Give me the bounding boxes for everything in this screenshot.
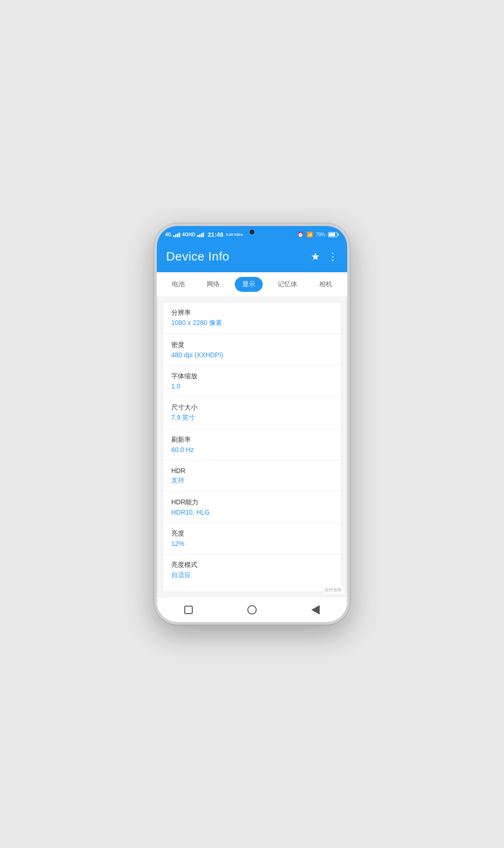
label-brightness: 亮度 (171, 530, 333, 538)
value-resolution: 1080 x 2280 像素 (171, 319, 333, 327)
menu-icon[interactable]: ⋮ (328, 251, 338, 263)
info-row-size: 尺寸大小 7.9 英寸 (163, 397, 341, 429)
app-header: Device Info ★ ⋮ (157, 243, 347, 272)
back-icon (311, 605, 320, 615)
signal-bars-2 (197, 232, 204, 237)
alarm-icon: ⏰ (297, 232, 304, 238)
content-area: 分辨率 1080 x 2280 像素 密度 480 dpi (XXHDPI) 字… (162, 302, 342, 592)
info-row-font-scale: 字体缩放 1.0 (163, 366, 341, 397)
tab-display[interactable]: 显示 (235, 277, 263, 292)
battery-percent: 79% (316, 232, 325, 237)
label-font-scale: 字体缩放 (171, 372, 333, 381)
app-title: Device Info (166, 249, 230, 264)
time-label: 21:48 (208, 231, 223, 238)
speed-label: 0.00 KB/s (226, 233, 243, 237)
info-row-brightness-mode: 亮度模式 自适应 (163, 554, 341, 587)
label-density: 密度 (171, 341, 333, 349)
value-brightness: 12% (171, 540, 333, 547)
label-refresh-rate: 刷新率 (171, 436, 333, 444)
value-hdr-capability: HDR10, HLG (171, 509, 333, 516)
value-density: 480 dpi (XXHDPI) (171, 351, 333, 359)
phone-frame: 4G 4GHD 21:48 0.00 KB/s ⏰ 📶 79% (154, 223, 350, 625)
info-row-brightness: 亮度 12% (163, 523, 341, 554)
header-icons: ★ ⋮ (311, 251, 338, 263)
value-hdr: 支持 (171, 476, 333, 485)
signal-bar-3 (177, 233, 178, 237)
network2-label: 4GHD (182, 232, 195, 237)
tab-network[interactable]: 网络 (199, 277, 227, 292)
info-row-density: 密度 480 dpi (XXHDPI) (163, 334, 341, 366)
label-resolution: 分辨率 (171, 309, 333, 317)
tab-memory[interactable]: 记忆体 (270, 277, 305, 292)
battery-icon (328, 232, 339, 237)
back-button[interactable] (309, 603, 322, 616)
wifi-icon: 📶 (307, 232, 313, 238)
info-row-hdr-capability: HDR能力 HDR10, HLG (163, 492, 341, 523)
label-hdr-capability: HDR能力 (171, 498, 333, 507)
info-row-hdr: HDR 支持 (163, 460, 341, 492)
bottom-nav (157, 597, 347, 622)
label-brightness-mode: 亮度模式 (171, 561, 333, 569)
value-size: 7.9 英寸 (171, 414, 333, 422)
status-left: 4G 4GHD 21:48 0.00 KB/s (165, 231, 243, 238)
signal-bar-2 (175, 234, 176, 237)
status-bar: 4G 4GHD 21:48 0.00 KB/s ⏰ 📶 79% (157, 226, 347, 243)
tab-battery[interactable]: 电池 (164, 277, 192, 292)
info-row-sleep-timeout: 屏幕待机时间 120 秒 (163, 587, 341, 592)
info-row-refresh-rate: 刷新率 60.0 Hz (163, 429, 341, 460)
label-hdr: HDR (171, 467, 333, 474)
tab-camera[interactable]: 相机 (312, 277, 340, 292)
signal-bar-1 (173, 235, 175, 237)
camera-notch (250, 230, 254, 234)
home-button[interactable] (245, 603, 259, 616)
star-icon[interactable]: ★ (311, 251, 320, 263)
label-size: 尺寸大小 (171, 403, 333, 412)
network1-label: 4G (165, 232, 171, 237)
recent-icon (184, 606, 193, 614)
status-right: ⏰ 📶 79% (297, 232, 339, 238)
signal-bars (173, 232, 180, 237)
signal-bar-4 (179, 233, 180, 237)
home-icon (247, 605, 257, 615)
recent-apps-button[interactable] (182, 603, 195, 616)
value-brightness-mode: 自适应 (171, 571, 333, 579)
value-font-scale: 1.0 (171, 382, 333, 390)
info-row-resolution: 分辨率 1080 x 2280 像素 (163, 302, 341, 334)
watermark: 软件智库 (323, 586, 343, 594)
tabs-bar: 电池 网络 显示 记忆体 相机 (157, 272, 347, 297)
value-refresh-rate: 60.0 Hz (171, 446, 333, 453)
